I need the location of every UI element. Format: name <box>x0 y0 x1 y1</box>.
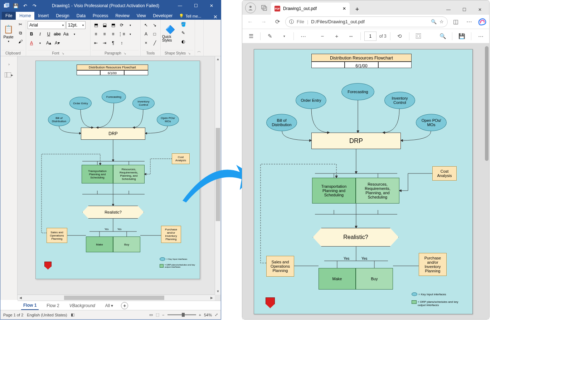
tab-file[interactable]: File <box>2 12 16 20</box>
decrease-indent-button[interactable]: ⇤ <box>92 39 100 47</box>
forward-button[interactable]: → <box>258 16 269 28</box>
tab-data[interactable]: Data <box>73 12 89 20</box>
page-tab-all[interactable]: All ▾ <box>103 302 116 310</box>
fit-page-icon[interactable]: ⤢ <box>215 312 218 317</box>
scroll-thumb[interactable] <box>485 46 489 161</box>
tab-home[interactable]: Home <box>16 12 34 20</box>
connector-tool-button[interactable]: ↘ <box>151 21 159 29</box>
bullets-button[interactable]: ⋮≡ <box>118 30 126 38</box>
refresh-button[interactable]: ⟳ <box>272 16 283 28</box>
new-page-button[interactable]: + <box>121 302 128 309</box>
align-right-button[interactable]: ≡ <box>109 30 117 38</box>
grow-font-button[interactable]: A▴ <box>45 39 53 47</box>
close-button[interactable]: ✕ <box>472 5 488 15</box>
connection-point-button[interactable]: × <box>142 39 150 47</box>
align-center-button[interactable]: ≡ <box>101 30 108 38</box>
page-tab-flow1[interactable]: Flow 1 <box>21 301 39 310</box>
paragraph-mark-button[interactable]: ¶ <box>109 39 117 47</box>
align-middle-button[interactable]: ⬓ <box>101 21 108 29</box>
draw-icon[interactable]: ✎ <box>264 30 276 42</box>
tab-actions-icon[interactable] <box>259 3 269 13</box>
ribbon-collapse-icon[interactable]: ︿ <box>197 48 201 56</box>
copy-button[interactable]: ⧉ <box>16 29 24 37</box>
site-info-icon[interactable]: ⓘ <box>289 19 294 25</box>
chevron-down-icon[interactable]: ▾ <box>126 21 134 29</box>
save-icon[interactable]: 💾 <box>12 2 19 9</box>
zoom-level[interactable]: 54% <box>204 313 212 317</box>
font-color-button[interactable]: A <box>28 39 35 47</box>
new-tab-button[interactable]: + <box>352 4 363 15</box>
align-top-button[interactable]: ⬒ <box>92 21 100 29</box>
dialog-launcher-icon[interactable]: ↘ <box>123 52 126 55</box>
ribbon-collapse-button[interactable]: ✕ <box>210 14 221 20</box>
line-tool-button[interactable]: ╱ <box>151 39 159 47</box>
rectangle-tool-button[interactable]: □ <box>151 30 159 38</box>
italic-button[interactable]: I <box>36 30 44 38</box>
quick-styles-button[interactable]: 🔷Quick Styles <box>162 20 178 47</box>
macro-record-icon[interactable]: ◧ <box>71 312 74 317</box>
effects-button[interactable]: ◐ <box>179 38 187 46</box>
favorite-icon[interactable]: ☆ <box>439 19 444 24</box>
chevron-down-icon[interactable]: ▾ <box>36 39 44 47</box>
line-button[interactable]: ✎ <box>179 29 187 37</box>
pdf-vertical-scrollbar[interactable] <box>485 46 489 316</box>
split-screen-icon[interactable]: ◫ <box>450 16 461 28</box>
shrink-font-button[interactable]: A▾ <box>53 39 61 47</box>
minimize-button[interactable]: — <box>172 1 188 11</box>
maximize-button[interactable]: ☐ <box>456 5 472 15</box>
presentation-mode-icon[interactable]: ▭ <box>149 312 153 317</box>
scroll-down-icon[interactable]: ▼ <box>215 288 221 295</box>
close-button[interactable]: ✕ <box>204 1 219 11</box>
rotate-icon[interactable]: ⟲ <box>394 30 405 42</box>
close-tab-icon[interactable]: ✕ <box>342 6 346 11</box>
pointer-tool-button[interactable]: ↖ <box>142 21 150 29</box>
copilot-icon[interactable] <box>477 17 487 27</box>
scroll-thumb[interactable] <box>64 296 164 300</box>
chevron-down-icon[interactable]: ▾ <box>278 30 290 42</box>
strike-button[interactable]: abc <box>53 30 61 38</box>
align-bottom-button[interactable]: ⬒ <box>109 21 117 29</box>
expand-shapes-button[interactable]: › <box>2 59 16 69</box>
text-direction-button[interactable]: ↕ <box>118 39 126 47</box>
zoom-in-button[interactable]: + <box>199 313 201 317</box>
change-case-button[interactable]: Aa <box>62 30 70 38</box>
increase-indent-button[interactable]: ⇥ <box>101 39 108 47</box>
profile-icon[interactable] <box>245 3 256 13</box>
browser-tab[interactable]: PDF Drawing1_out.pdf ✕ <box>271 3 350 15</box>
horizontal-scrollbar[interactable]: ◀▶ <box>18 295 215 301</box>
minimize-button[interactable]: — <box>441 5 456 15</box>
font-name-combo[interactable]: Arial▾ <box>28 21 65 29</box>
undo-icon[interactable]: ↶ <box>21 2 29 9</box>
tab-process[interactable]: Process <box>89 12 112 20</box>
settings-more-button[interactable]: ⋯ <box>463 16 475 28</box>
tab-review[interactable]: Review <box>112 12 133 20</box>
tab-insert[interactable]: Insert <box>34 12 52 20</box>
text-tool-button[interactable]: A <box>142 30 150 38</box>
page-tab-flow2[interactable]: Flow 2 <box>44 302 61 310</box>
underline-button[interactable]: U <box>45 30 53 38</box>
maximize-button[interactable]: ☐ <box>188 1 204 11</box>
find-icon[interactable]: 🔍 <box>437 30 448 42</box>
cut-button[interactable]: ✂ <box>16 20 24 28</box>
chevron-down-icon[interactable]: ▾ <box>126 30 134 38</box>
zoom-slider[interactable] <box>167 314 196 315</box>
back-button[interactable]: ← <box>244 16 256 28</box>
orientation-button[interactable]: ⟳ <box>118 21 126 29</box>
page-tab-vbackground[interactable]: VBackground <box>67 302 97 310</box>
scroll-up-icon[interactable]: ▲ <box>215 56 221 62</box>
more-tools-button[interactable]: ⋯ <box>297 30 309 42</box>
page-width-icon[interactable]: ⬚ <box>156 312 159 317</box>
align-left-button[interactable]: ≡ <box>92 30 100 38</box>
zoom-out-button[interactable]: − <box>317 30 328 42</box>
dialog-launcher-icon[interactable]: ↘ <box>62 52 64 55</box>
chevron-down-icon[interactable]: ▾ <box>71 30 78 38</box>
bold-button[interactable]: B <box>28 30 35 38</box>
redo-icon[interactable]: ↷ <box>31 2 38 9</box>
font-size-combo[interactable]: 12pt.▾ <box>66 21 86 29</box>
fit-width-icon[interactable]: ↔ <box>345 30 357 42</box>
paste-button[interactable]: 📋Paste▾ <box>2 20 15 47</box>
format-painter-button[interactable]: 🖌 <box>16 38 24 46</box>
address-bar[interactable]: ⓘ File | D:/Files/Drawing1_out.pdf 🔍 ☆ <box>285 16 448 27</box>
tell-me[interactable]: 💡Tell me... <box>176 12 204 20</box>
tab-developer[interactable]: Developer <box>150 12 176 20</box>
